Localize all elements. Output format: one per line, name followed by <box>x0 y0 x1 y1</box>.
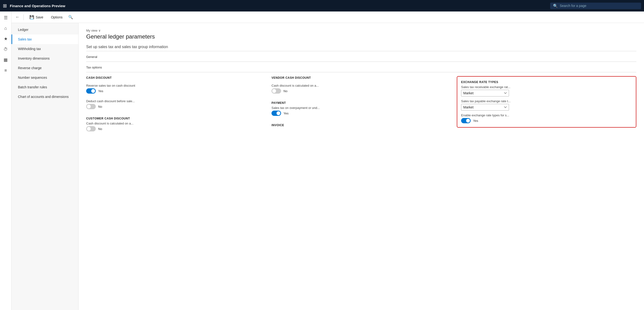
vendor-cash-discount-field: Cash discount is calculated on a... No <box>272 84 451 94</box>
cash-discount-title: CASH DISCOUNT <box>86 76 266 80</box>
search-icon: 🔍 <box>553 4 558 8</box>
nav-workspaces-icon[interactable]: ▦ <box>2 56 10 64</box>
nav-recent-icon[interactable]: ⏱ <box>2 45 10 54</box>
main-content-area: ← 💾 Save Options 🔍 Ledger Sales tax With… <box>12 12 644 310</box>
sidebar-item-batch-transfer-rules[interactable]: Batch transfer rules <box>12 82 78 92</box>
vendor-cash-discount-toggle[interactable] <box>272 88 281 94</box>
payment-section: PAYMENT Sales tax on overpayment or und.… <box>272 101 451 116</box>
save-icon: 💾 <box>30 15 34 20</box>
enable-exchange-rate-toggle[interactable] <box>461 118 471 123</box>
tax-options-title: Tax options <box>86 66 636 69</box>
section-divider <box>86 51 636 51</box>
page-header: My view ∨ General ledger parameters <box>86 29 636 40</box>
content-grid: CASH DISCOUNT Reverse sales tax on cash … <box>86 76 636 132</box>
chevron-down-icon: ∨ <box>98 29 101 32</box>
sales-tax-receivable-field: Sales tax receivable exchange rat... Mar… <box>461 85 632 96</box>
general-divider <box>86 62 636 62</box>
global-search-bar[interactable]: 🔍 <box>550 3 641 9</box>
enable-exchange-rate-field: Enable exchange rate types for s... Yes <box>461 114 632 123</box>
toolbar-search-icon[interactable]: 🔍 <box>68 15 73 20</box>
app-title: Finance and Operations Preview <box>10 4 547 8</box>
right-panel: My view ∨ General ledger parameters Set … <box>78 23 644 310</box>
sidebar-item-inventory-dimensions[interactable]: Inventory dimensions <box>12 54 78 63</box>
left-panel: Ledger Sales tax Withholding tax Invento… <box>12 23 78 310</box>
vendor-cash-discount-title: VENDOR CASH DISCOUNT <box>272 76 451 80</box>
sidebar-item-chart-of-accounts[interactable]: Chart of accounts and dimensions <box>12 92 78 102</box>
invoice-title: INVOICE <box>272 124 451 127</box>
payment-title: PAYMENT <box>272 101 451 104</box>
deduct-cash-discount-field: Deduct cash discount before sale... No <box>86 99 266 109</box>
sidebar-item-reverse-charge[interactable]: Reverse charge <box>12 63 78 73</box>
deduct-cash-discount-toggle[interactable] <box>86 104 96 109</box>
sidebar-item-number-sequences[interactable]: Number sequences <box>12 73 78 82</box>
exchange-rate-types-title: EXCHANGE RATE TYPES <box>461 80 632 84</box>
options-button[interactable]: Options <box>49 14 64 20</box>
customer-cash-discount-section: CUSTOMER CASH DISCOUNT Cash discount is … <box>86 117 266 132</box>
vendor-group: VENDOR CASH DISCOUNT Cash discount is ca… <box>272 76 451 128</box>
toolbar: ← 💾 Save Options 🔍 <box>12 12 644 23</box>
save-button[interactable]: 💾 Save <box>28 14 45 20</box>
sidebar-item-ledger[interactable]: Ledger <box>12 25 78 34</box>
sidebar-navigation: ☰ ⌂ ★ ⏱ ▦ ≡ <box>0 12 12 310</box>
sales-tax-payable-field: Sales tax payable exchange rate t... Mar… <box>461 99 632 110</box>
nav-modules-icon[interactable]: ≡ <box>2 66 10 75</box>
sales-tax-receivable-select[interactable]: Market Standard Budget <box>461 90 509 96</box>
top-navigation: ⊞ Finance and Operations Preview 🔍 <box>0 0 644 12</box>
customer-cash-discount-toggle[interactable] <box>86 126 96 132</box>
nav-home-icon[interactable]: ⌂ <box>2 24 10 32</box>
nav-hamburger-icon[interactable]: ☰ <box>2 14 10 22</box>
view-selector[interactable]: My view ∨ <box>86 29 636 32</box>
app-grid-icon[interactable]: ⊞ <box>3 3 7 8</box>
back-button[interactable]: ← <box>15 14 20 20</box>
exchange-rate-types-group: EXCHANGE RATE TYPES Sales tax receivable… <box>457 76 636 128</box>
sales-tax-overpayment-toggle[interactable] <box>272 110 281 116</box>
sales-tax-payable-select[interactable]: Market Standard Budget <box>461 104 509 110</box>
section-header: Set up sales tax and sales tax group inf… <box>86 45 636 49</box>
reverse-sales-tax-toggle[interactable] <box>86 88 96 94</box>
tax-options-divider <box>86 72 636 72</box>
cash-discount-group: CASH DISCOUNT Reverse sales tax on cash … <box>86 76 266 132</box>
page-area: Ledger Sales tax Withholding tax Invento… <box>12 23 644 310</box>
main-layout: ☰ ⌂ ★ ⏱ ▦ ≡ ← 💾 Save Options 🔍 Ledger Sa… <box>0 12 644 310</box>
page-title: General ledger parameters <box>86 33 636 40</box>
general-group-title: General <box>86 55 636 59</box>
invoice-section: INVOICE <box>272 124 451 128</box>
reverse-sales-tax-field: Reverse sales tax on cash discount Yes <box>86 84 266 94</box>
sidebar-item-withholding-tax[interactable]: Withholding tax <box>12 44 78 54</box>
search-input[interactable] <box>560 4 638 8</box>
toolbar-divider <box>24 14 24 20</box>
nav-favorites-icon[interactable]: ★ <box>2 34 10 43</box>
customer-cash-discount-title: CUSTOMER CASH DISCOUNT <box>86 117 266 120</box>
sidebar-item-sales-tax[interactable]: Sales tax <box>12 34 78 44</box>
